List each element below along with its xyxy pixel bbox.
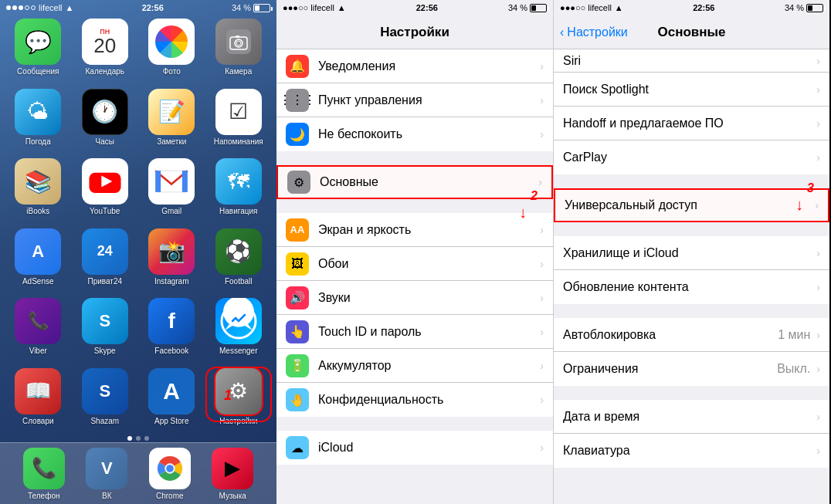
settings-row-autoblokirovka[interactable]: Автоблокировка 1 мин › (554, 318, 829, 352)
app-adsense[interactable]: A AdSense (6, 228, 70, 294)
app-photos[interactable]: Фото (140, 19, 204, 84)
obnovlenie-label: Обновление контента (563, 280, 816, 294)
app-shazam[interactable]: S Shazam (73, 368, 137, 434)
chrome-svg (151, 450, 188, 487)
carrier-1: lifecell (39, 3, 63, 12)
settings-row-privacy[interactable]: 🤚 Конфиденциальность › (276, 383, 553, 417)
back-button[interactable]: ‹ Настройки (560, 25, 628, 39)
wifi-2: ▲ (337, 3, 346, 12)
settings-nav-bar: Настройки (276, 15, 553, 49)
app-gmail[interactable]: Gmail (140, 158, 204, 224)
privacy-icon: 🤚 (286, 388, 309, 411)
app-instagram[interactable]: 📸 Instagram (140, 228, 204, 294)
app-settings[interactable]: ⚙ Настройки (207, 368, 271, 434)
weather-label: Погода (25, 137, 51, 146)
wifi-icon: ▲ (66, 3, 74, 12)
app-football[interactable]: ⚽ Football (207, 228, 271, 294)
photos-wheel (155, 25, 188, 58)
phone1-homescreen: lifecell ▲ 22:56 34 % 💬 Сообщения Пн (0, 0, 276, 504)
osnov-group-storage: Хранилище и iCloud › Обновление контента… (554, 236, 829, 304)
app-calendar[interactable]: Пн 20 Календарь (73, 19, 137, 84)
app-reminders[interactable]: ☑ Напоминания (207, 89, 271, 154)
carrier-3: ●●●○○ lifecell (560, 3, 612, 12)
dock-phone[interactable]: 📞 Телефон (23, 448, 65, 500)
obnovlenie-chevron: › (816, 281, 820, 293)
settings-row-screen[interactable]: AA Экран и яркость › (276, 213, 553, 247)
app-clock[interactable]: 🕐 Часы (73, 89, 137, 154)
wallpaper-label: Обои (318, 257, 540, 271)
app-appstore[interactable]: A App Store (140, 368, 204, 434)
battery-pct-1: 34 % (232, 3, 251, 12)
spacer-os-4 (554, 386, 829, 400)
carplay-label: CarPlay (563, 151, 816, 164)
app-messenger[interactable]: Messenger (207, 298, 271, 364)
arrow-down-2: ↓ (519, 205, 527, 220)
privat24-icon: 24 (82, 228, 128, 275)
adsense-label: AdSense (22, 277, 54, 286)
settings-row-siri[interactable]: Siri › (554, 49, 829, 73)
app-youtube[interactable]: YouTube (73, 158, 137, 224)
signal-1 (6, 5, 36, 10)
battery-label: Аккумулятор (318, 359, 540, 373)
battery-icon-3 (806, 4, 823, 12)
settings-row-wallpaper[interactable]: 🖼 Обои › (276, 247, 553, 281)
dock-music[interactable]: ▶ Музыка (212, 448, 253, 500)
osnov-group-datetime: Дата и время › Клавиатура › (554, 400, 829, 468)
settings-row-battery[interactable]: 🔋 Аккумулятор › (276, 349, 553, 383)
settings-row-data[interactable]: Дата и время › (554, 400, 829, 434)
ogranich-value: Выкл. (777, 362, 810, 376)
notdisturb-icon: 🌙 (286, 123, 309, 146)
settings-row-obnovlenie[interactable]: Обновление контента › (554, 270, 829, 304)
dock-music-label: Музыка (219, 492, 246, 500)
dock-vk[interactable]: V ВК (86, 448, 127, 500)
screen-chevron: › (540, 224, 544, 236)
dot1 (6, 5, 11, 10)
dot-active (127, 436, 132, 441)
battery-fill-2 (531, 5, 536, 11)
settings-row-ogranich[interactable]: Ограничения Выкл. › (554, 352, 829, 386)
dot5 (31, 5, 36, 10)
facebook-icon: f (148, 298, 195, 344)
app-facebook[interactable]: f Facebook (140, 298, 204, 364)
time-1: 22:56 (142, 3, 164, 12)
app-notes[interactable]: 📝 Заметки (140, 89, 204, 154)
settings-row-klaviatura[interactable]: Клавиатура › (554, 434, 829, 468)
app-privat24[interactable]: 24 Приват24 (73, 228, 137, 294)
messenger-label: Messenger (219, 347, 257, 355)
settings-scroll[interactable]: 🔔 Уведомления › ⋮⋮⋮ Пункт управления › 🌙… (276, 49, 553, 504)
dock-chrome[interactable]: Chrome (149, 448, 191, 500)
settings-row-carplay[interactable]: CarPlay › (554, 140, 829, 174)
app-ibooks[interactable]: 📚 iBooks (6, 158, 70, 224)
wallpaper-chevron: › (540, 258, 544, 270)
settings-row-notdisturb[interactable]: 🌙 Не беспокоить › (276, 117, 553, 151)
status-bar-3: ●●●○○ lifecell ▲ 22:56 34 % (554, 0, 829, 15)
app-camera[interactable]: Камера (207, 19, 271, 84)
settings-row-punkt[interactable]: ⋮⋮⋮ Пункт управления › (276, 83, 553, 117)
settings-row-osnov[interactable]: ⚙ Основные › (276, 165, 553, 199)
app-navigation[interactable]: 🗺 Навигация (207, 158, 271, 224)
settings-row-hranilish[interactable]: Хранилище и iCloud › (554, 236, 829, 270)
settings-row-univdostup[interactable]: Универсальный доступ › (554, 188, 829, 222)
app-viber[interactable]: 📞 Viber (6, 298, 70, 364)
touchid-chevron: › (540, 326, 544, 338)
app-grid: 💬 Сообщения Пн 20 Календарь Фото (6, 19, 270, 433)
settings-row-touchid[interactable]: 👆 Touch ID и пароль › (276, 315, 553, 349)
settings-row-handoff[interactable]: Handoff и предлагаемое ПО › (554, 107, 829, 140)
app-skype[interactable]: S Skype (73, 298, 137, 364)
settings-row-uved[interactable]: 🔔 Уведомления › (276, 49, 553, 83)
klaviatura-label: Клавиатура (563, 444, 816, 458)
messenger-svg (215, 298, 262, 344)
app-slovari[interactable]: 📖 Словари (6, 368, 70, 434)
privacy-chevron: › (540, 394, 544, 406)
settings-row-sounds[interactable]: 🔊 Звуки › (276, 281, 553, 315)
privacy-label: Конфиденциальность (318, 393, 540, 407)
settings-row-spotlight[interactable]: Поиск Spotlight › (554, 73, 829, 107)
settings-row-icloud[interactable]: ☁ iCloud › (276, 431, 553, 465)
shazam-icon: S (82, 368, 128, 414)
osnov-group-univ: Универсальный доступ › (554, 188, 829, 222)
wifi-3: ▲ (615, 3, 623, 12)
osnov-scroll[interactable]: Siri › Поиск Spotlight › Handoff и предл… (554, 49, 829, 504)
app-messages[interactable]: 💬 Сообщения (6, 19, 70, 84)
spacer-3 (276, 417, 553, 431)
app-weather[interactable]: 🌤 Погода (6, 89, 70, 154)
